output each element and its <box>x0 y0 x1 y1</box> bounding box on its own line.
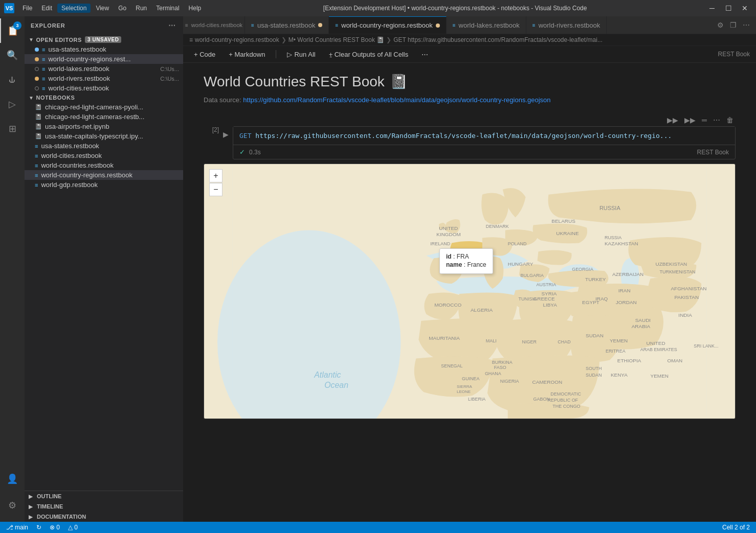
breadcrumb-file[interactable]: world-country-regions.restbook <box>195 36 279 43</box>
more-actions-btn[interactable]: ⋯ <box>417 49 433 60</box>
status-branch[interactable]: ⎇ main <box>4 524 30 531</box>
menu-edit[interactable]: Edit <box>37 4 56 13</box>
svg-text:BURKINA: BURKINA <box>492 360 513 365</box>
account-icon: 👤 <box>7 473 18 484</box>
open-editor-world-cities[interactable]: ≡ world-cities.restbook <box>25 83 183 93</box>
titlebar-left: VS <box>4 3 14 13</box>
tab-bar: ≡ world-cities.restbook ≡ usa-states.res… <box>183 16 756 34</box>
cell-run-area: [2] ▶ GET https://raw.githubusercontent.… <box>204 126 736 159</box>
clear-outputs-btn[interactable]: ⨦ Clear Outputs of All Cells <box>324 48 413 60</box>
notebooks-header[interactable]: ▼ NOTEBOOKS <box>25 93 183 102</box>
add-code-btn[interactable]: + Code <box>189 49 220 60</box>
tab-world-country-regions[interactable]: ≡ world-country-regions.restbook <box>329 16 446 34</box>
notebook-name-2: chicago-red-light-cameras-restb... <box>45 113 179 121</box>
activity-account[interactable]: 👤 <box>0 467 25 491</box>
tab-world-lakes[interactable]: ≡ world-lakes.restbook <box>447 16 526 34</box>
sidebar-item-usa-state-capitals[interactable]: 📓 usa-state-capitals-typescript.ipy... <box>25 131 183 141</box>
tab-world-cities-dropdown[interactable]: ≡ world-cities.restbook <box>183 16 245 34</box>
sidebar-item-chicago-restb[interactable]: 📓 chicago-red-light-cameras-restb... <box>25 112 183 122</box>
documentation-header[interactable]: ▶ DOCUMENTATION <box>25 512 183 522</box>
tab-icon-world-country: ≡ <box>335 22 338 28</box>
source-control-icon: ⫝ <box>8 75 17 85</box>
tooltip-id-sep: : <box>453 253 457 260</box>
svg-text:AFGHANISTAN: AFGHANISTAN <box>671 286 706 291</box>
svg-text:JORDAN: JORDAN <box>616 299 637 305</box>
svg-text:CAMEROON: CAMEROON <box>532 379 563 385</box>
close-button[interactable]: ✕ <box>738 3 752 13</box>
open-editor-world-lakes[interactable]: ≡ world-lakes.restbook C:\Us... <box>25 64 183 74</box>
open-editor-usa-states[interactable]: ≡ usa-states.restbook <box>25 44 183 54</box>
menu-go[interactable]: Go <box>114 4 130 13</box>
cell-run-above-btn[interactable]: ▶▶ <box>665 115 680 125</box>
run-all-btn[interactable]: ▷ Run All <box>282 49 320 60</box>
svg-text:THE CONGO: THE CONGO <box>552 404 580 409</box>
cell-split-btn[interactable]: ═ <box>700 115 709 125</box>
activity-explorer[interactable]: 📋 3 <box>0 18 25 43</box>
cell-more-btn[interactable]: ⋯ <box>711 115 722 125</box>
breadcrumb-cell[interactable]: GET https://raw.githubusercontent.com/Ra… <box>393 36 603 43</box>
menu-file[interactable]: File <box>18 4 36 13</box>
tooltip-id-value: FRA <box>457 253 469 260</box>
menu-terminal[interactable]: Terminal <box>152 4 183 13</box>
menu-view[interactable]: View <box>92 4 113 13</box>
outline-label: OUTLINE <box>37 493 61 499</box>
menu-selection[interactable]: Selection <box>57 4 91 13</box>
status-warnings[interactable]: △ 0 <box>66 524 80 531</box>
file-icon-restbook: ≡ <box>42 47 45 53</box>
sidebar-item-world-cities-restbook[interactable]: ≡ world-cities.restbook <box>25 151 183 160</box>
tab-usa-states[interactable]: ≡ usa-states.restbook <box>245 16 329 34</box>
breadcrumb: ≡ world-country-regions.restbook ❯ M• Wo… <box>183 34 756 46</box>
menu-help[interactable]: Help <box>185 4 206 13</box>
add-markdown-btn[interactable]: + Markdown <box>224 49 270 60</box>
sidebar-item-world-country-regions-restbook[interactable]: ≡ world-country-regions.restbook <box>25 170 183 180</box>
menu-run[interactable]: Run <box>131 4 151 13</box>
svg-text:ARAB EMIRATES: ARAB EMIRATES <box>640 347 677 352</box>
activity-run-debug[interactable]: ▷ <box>0 92 25 117</box>
cell-code[interactable]: GET https://raw.githubusercontent.com/Ra… <box>233 127 735 145</box>
outline-header[interactable]: ▶ OUTLINE <box>25 491 183 501</box>
zoom-out-btn[interactable]: − <box>209 183 223 196</box>
tab-name-usa-states: usa-states.restbook <box>257 21 315 29</box>
timeline-header[interactable]: ▶ TIMELINE <box>25 501 183 512</box>
open-editor-name-5: world-cities.restbook <box>48 84 179 92</box>
tab-world-rivers[interactable]: ≡ world-rivers.restbook <box>526 16 607 34</box>
settings-layout-btn[interactable]: ⚙ <box>715 20 726 30</box>
file-icon-restbook2: ≡ <box>42 56 45 62</box>
zoom-in-btn[interactable]: + <box>209 169 223 182</box>
sidebar-item-usa-airports[interactable]: 📓 usa-airports-net.ipynb <box>25 122 183 131</box>
cell-code-method: GET <box>239 132 251 140</box>
breadcrumb-sep-2: ❯ <box>386 36 391 43</box>
split-editor-btn[interactable]: ❐ <box>728 20 739 30</box>
activity-search[interactable]: 🔍 <box>0 43 25 67</box>
status-cell-info[interactable]: Cell 2 of 2 <box>720 524 752 531</box>
svg-text:RUSSIA: RUSSIA <box>599 205 620 211</box>
notebook-icon-3: 📓 <box>35 123 42 130</box>
sidebar-item-usa-states-restbook[interactable]: ≡ usa-states.restbook <box>25 141 183 151</box>
minimize-button[interactable]: ─ <box>705 3 719 13</box>
activity-extensions[interactable]: ⊞ <box>0 117 25 141</box>
more-tabs-btn[interactable]: ⋯ <box>741 20 752 30</box>
cell-delete-btn[interactable]: 🗑 <box>724 115 736 125</box>
status-errors[interactable]: ⊗ 0 <box>48 524 62 531</box>
sidebar-item-world-gdp-restbook[interactable]: ≡ world-gdp.restbook <box>25 180 183 190</box>
sidebar-item-world-countries-restbook[interactable]: ≡ world-countries.restbook <box>25 160 183 170</box>
search-icon: 🔍 <box>7 50 18 61</box>
status-sync[interactable]: ↻ <box>34 524 43 531</box>
cell-run-below-btn[interactable]: ▶▶ <box>682 115 698 125</box>
sidebar-more-btn[interactable]: ⋯ <box>167 20 177 31</box>
open-editors-badge: 3 UNSAVED <box>85 36 121 43</box>
cell-1: [2] ▶ GET https://raw.githubusercontent.… <box>204 126 736 159</box>
activity-settings[interactable]: ⚙ <box>0 493 25 518</box>
world-cities-tab-name: world-cities.restbook <box>191 22 242 28</box>
cell-run-btn[interactable]: ▶ <box>223 130 229 138</box>
breadcrumb-section[interactable]: M• World Countries REST Book 📓 <box>288 36 384 43</box>
open-editor-world-country-regions[interactable]: ≡ world-country-regions.rest... <box>25 54 183 64</box>
svg-text:MALI: MALI <box>486 338 497 343</box>
subtitle-link[interactable]: https://github.com/RandomFractals/vscode… <box>243 96 550 104</box>
maximize-button[interactable]: ☐ <box>721 3 736 13</box>
svg-text:REPUBLIC OF: REPUBLIC OF <box>547 398 578 403</box>
sidebar-item-chicago-pyoli[interactable]: 📓 chicago-red-light-cameras-pyoli... <box>25 102 183 112</box>
open-editor-world-rivers[interactable]: ≡ world-rivers.restbook C:\Us... <box>25 74 183 83</box>
open-editors-header[interactable]: ▼ OPEN EDITORS 3 UNSAVED <box>25 35 183 44</box>
activity-source-control[interactable]: ⫝ <box>0 67 25 92</box>
